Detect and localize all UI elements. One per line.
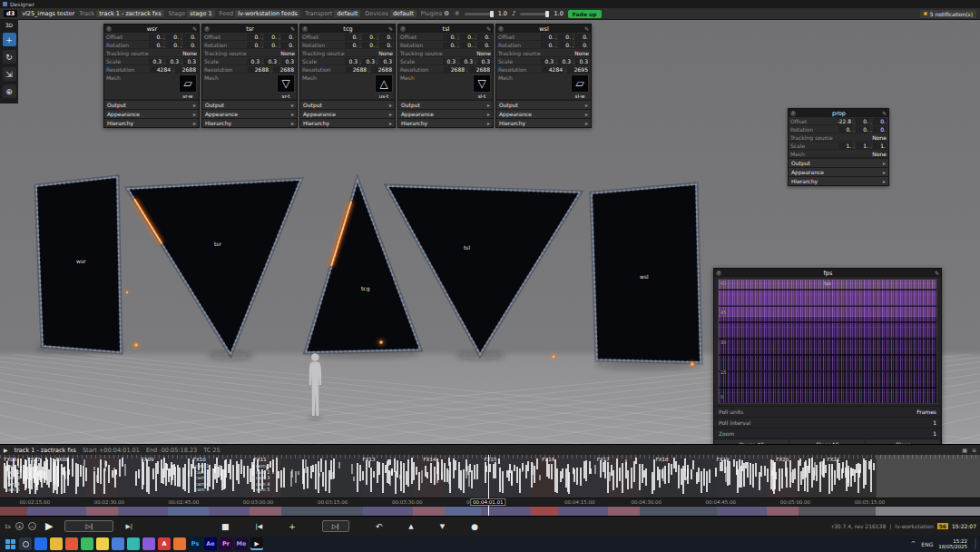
keyframe-bar[interactable]: [562, 468, 564, 478]
keyframe-bar[interactable]: [72, 458, 74, 477]
value-field[interactable]: 2688: [346, 66, 368, 73]
keyframe-bar[interactable]: [295, 471, 297, 483]
keyframe-bar[interactable]: [115, 470, 117, 474]
keyframe-bar[interactable]: [64, 471, 66, 479]
keyframe-bar[interactable]: [816, 465, 818, 481]
keyframe-bar[interactable]: [539, 475, 541, 481]
keyframe-bar[interactable]: [622, 463, 623, 494]
rotate-tool-button[interactable]: ↻: [3, 50, 16, 64]
keyframe-bar[interactable]: [701, 471, 702, 493]
value-field[interactable]: 0.: [443, 34, 456, 40]
keyframe-bar[interactable]: [822, 461, 824, 477]
keyframe-bar[interactable]: [476, 464, 478, 479]
keyframe-bar[interactable]: [421, 470, 423, 482]
panel-section-hierarchy[interactable]: Hierarchy▸: [104, 118, 199, 127]
fx-marker-fx15[interactable]: FX15: [485, 457, 497, 462]
keyframe-bar[interactable]: [692, 460, 694, 469]
value-field[interactable]: None: [574, 50, 589, 56]
folder-icon[interactable]: [50, 537, 63, 550]
value-field[interactable]: 0.: [541, 34, 554, 40]
value-field[interactable]: 4284: [542, 66, 564, 73]
edit-icon[interactable]: ✎: [192, 25, 197, 32]
value-field[interactable]: 1.: [873, 143, 887, 149]
keyframe-bar[interactable]: [191, 471, 192, 477]
keyframe-bar[interactable]: [357, 463, 358, 492]
keyframe-bar[interactable]: [272, 468, 274, 475]
track-play-icon[interactable]: ▶: [4, 447, 8, 453]
keyframe-bar[interactable]: [495, 462, 496, 478]
keyframe-bar[interactable]: [436, 471, 438, 483]
keyframe-bar[interactable]: [752, 464, 754, 488]
value-field[interactable]: 1.: [856, 143, 869, 149]
panel-section-hierarchy[interactable]: Hierarchy▸: [300, 118, 395, 127]
keyframe-bar[interactable]: [378, 462, 380, 475]
value-field[interactable]: 0.3: [149, 58, 162, 64]
value-field[interactable]: 0.: [345, 42, 358, 48]
keyframe-bar[interactable]: [322, 472, 324, 488]
value-field[interactable]: 0.: [264, 42, 278, 48]
keyframe-bar[interactable]: [315, 464, 317, 489]
keyframe-bar[interactable]: [568, 472, 570, 494]
brightness-slider-knob[interactable]: [490, 11, 494, 17]
keyframe-bar[interactable]: [124, 464, 126, 476]
value-field[interactable]: 2688: [248, 66, 270, 73]
keyframe-bar[interactable]: [403, 463, 405, 494]
down-button[interactable]: ▼: [440, 523, 445, 530]
help-icon[interactable]: ?: [400, 26, 406, 32]
keyframe-bar[interactable]: [387, 461, 388, 484]
keyframe-bar[interactable]: [522, 467, 524, 472]
keyframe-bar[interactable]: [838, 463, 840, 480]
value-field[interactable]: 0.: [558, 34, 572, 40]
value-field[interactable]: 0.: [873, 118, 887, 124]
value-field[interactable]: 2688: [175, 66, 197, 73]
panel-section-appearance[interactable]: Appearance▸: [398, 109, 493, 118]
keyframe-bar[interactable]: [627, 470, 629, 489]
value-field[interactable]: 0.: [443, 42, 456, 48]
timeline-section-segment[interactable]: [0, 507, 27, 516]
value-field[interactable]: 0.3: [460, 58, 474, 64]
value-field[interactable]: 0.: [149, 42, 162, 48]
fx-marker-fx16[interactable]: FX16: [542, 457, 554, 462]
keyframe-bar[interactable]: [67, 459, 69, 486]
value-field[interactable]: 0.3: [281, 58, 295, 64]
keyframe-bar[interactable]: [24, 459, 26, 480]
keyframe-bar[interactable]: [305, 459, 307, 474]
fx-marker-fx11[interactable]: FX11: [254, 457, 267, 462]
keyframe-bar[interactable]: [635, 458, 637, 464]
keyframe-bar[interactable]: [93, 467, 95, 470]
keyframe-bar[interactable]: [715, 468, 717, 477]
panel-section-output[interactable]: Output▸: [104, 100, 199, 109]
keyframe-bar[interactable]: [645, 468, 647, 486]
keyframe-bar[interactable]: [448, 470, 450, 484]
keyframe-bar[interactable]: [122, 458, 123, 467]
value-field[interactable]: 0.: [575, 34, 589, 40]
timeline-sections-bar[interactable]: [0, 506, 980, 516]
volume-slider-knob[interactable]: [545, 11, 549, 17]
keyframe-bar[interactable]: [173, 464, 175, 475]
keyframe-bar[interactable]: [100, 459, 102, 484]
keyframe-bar[interactable]: [802, 468, 804, 479]
keyframe-bar[interactable]: [138, 469, 140, 478]
keyframe-bar[interactable]: [44, 471, 45, 482]
keyframe-bar[interactable]: [741, 460, 743, 471]
timeline-section-segment[interactable]: [640, 507, 717, 516]
keyframe-bar[interactable]: [814, 462, 816, 477]
keyframe-bar[interactable]: [590, 468, 592, 474]
panel-section-appearance[interactable]: Appearance▸: [300, 109, 395, 118]
value-field[interactable]: 0.: [166, 34, 180, 40]
track-title[interactable]: track 1 - zactrack fxs: [15, 447, 76, 454]
keyframe-bar[interactable]: [508, 470, 510, 482]
media-encoder-icon[interactable]: Me: [235, 537, 248, 550]
timeline-section-segment[interactable]: [876, 507, 980, 516]
value-field[interactable]: 0.: [183, 34, 197, 40]
volume-slider[interactable]: [520, 13, 549, 15]
value-field[interactable]: 0.: [379, 42, 393, 48]
keyframe-bar[interactable]: [489, 464, 491, 472]
keyframe-bar[interactable]: [548, 464, 550, 478]
fade-up-button[interactable]: Fade up: [568, 10, 602, 18]
keyframe-bar[interactable]: [46, 459, 48, 484]
orbit-tool-button[interactable]: ⊕: [3, 84, 16, 98]
record-button[interactable]: ●: [471, 522, 478, 531]
keyframe-bar[interactable]: [191, 464, 192, 471]
keyframe-bar[interactable]: [662, 468, 664, 481]
